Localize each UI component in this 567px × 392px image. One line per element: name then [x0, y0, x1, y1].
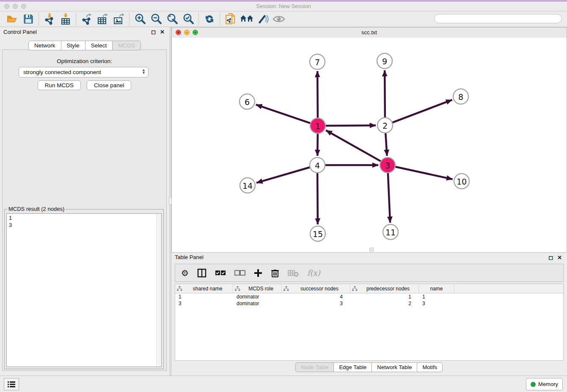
tab-network-table[interactable]: Network Table	[372, 362, 417, 372]
tab-edge-table[interactable]: Edge Table	[333, 362, 372, 372]
close-table-panel-icon[interactable]: ✕	[557, 254, 562, 261]
column-layout-icon	[197, 268, 206, 278]
close-panel-icon[interactable]: ✕	[160, 29, 165, 35]
window-title: Session: New Session	[0, 3, 567, 9]
open-session-button[interactable]	[4, 12, 20, 26]
canvas-resize-grip[interactable]	[369, 248, 374, 251]
column-label: successor nodes	[291, 286, 348, 292]
tab-select[interactable]: Select	[85, 41, 113, 50]
edge-4-to-14[interactable]	[256, 167, 310, 183]
node-label-14: 14	[242, 181, 253, 190]
control-panel-title: Control Panel	[3, 29, 37, 35]
gear-icon: ⚙	[181, 268, 189, 278]
hierarchy-icon	[235, 286, 240, 291]
function-builder-button[interactable]: f(x)	[307, 267, 320, 279]
title-bar: Session: New Session	[0, 0, 567, 11]
delete-column-button[interactable]	[271, 267, 279, 279]
import-network-button[interactable]	[41, 12, 58, 26]
hide-graphics-details-button[interactable]	[271, 12, 287, 26]
tab-network[interactable]: Network	[28, 41, 61, 50]
delete-table-icon	[288, 269, 299, 277]
dropdown-stepper-icon: ▲▼	[142, 69, 146, 75]
node-label-9: 9	[382, 57, 387, 66]
edge-3-to-1[interactable]	[326, 130, 381, 161]
zoom-selected-button[interactable]	[180, 12, 196, 26]
run-mcds-button[interactable]: Run MCDS	[38, 80, 81, 90]
select-all-columns-button[interactable]	[215, 267, 226, 279]
result-scrollbar[interactable]	[156, 214, 161, 367]
table-header-row: shared nameMCDS rolesuccessor nodesprede…	[175, 284, 563, 293]
float-panel-icon[interactable]: ◻	[151, 29, 156, 35]
edge-2-to-9[interactable]	[385, 70, 385, 118]
save-floppy-icon	[23, 14, 33, 24]
task-history-button[interactable]	[4, 378, 19, 390]
table-row[interactable]: 1dominator411	[175, 293, 563, 300]
toolbar-separator	[198, 13, 199, 25]
search-input[interactable]	[434, 14, 562, 23]
edge-3-to-11[interactable]	[388, 173, 390, 223]
edge-2-to-3[interactable]	[385, 133, 387, 156]
column-header-successor-nodes[interactable]: successor nodes	[282, 284, 350, 293]
table-settings-button[interactable]: ⚙	[181, 267, 189, 279]
zoom-out-button[interactable]	[148, 12, 164, 26]
node-label-1: 1	[315, 121, 320, 131]
tab-node-table[interactable]: Node Table	[295, 362, 334, 372]
unchecked-boxes-icon	[234, 270, 245, 276]
hierarchy-icon	[177, 286, 182, 291]
node-label-4: 4	[315, 161, 320, 170]
close-panel-button[interactable]: Close panel	[87, 80, 131, 90]
memory-button[interactable]: Memory	[526, 378, 563, 390]
column-header-shared-name[interactable]: shared name	[175, 284, 233, 293]
node-label-7: 7	[315, 58, 320, 67]
list-icon	[7, 381, 16, 388]
network-window-titlebar[interactable]: ✕ – + scc.txt	[172, 28, 567, 38]
criterion-dropdown[interactable]: strongly connected component ▲▼	[19, 67, 149, 77]
column-label: name	[421, 286, 452, 292]
tab-style[interactable]: Style	[61, 41, 85, 50]
export-image-button[interactable]	[111, 12, 127, 26]
table-tabs: Node Table Edge Table Network Table Moti…	[171, 362, 567, 372]
tab-motifs[interactable]: Motifs	[417, 362, 443, 372]
first-neighbors-button[interactable]	[239, 12, 255, 26]
network-canvas[interactable]: 7968124314101511	[172, 38, 567, 252]
clone-network-button[interactable]	[223, 12, 239, 26]
edge-4-to-15[interactable]	[317, 173, 318, 224]
table-cell: 3	[282, 301, 350, 306]
mcds-result-textarea[interactable]: 13	[6, 213, 162, 367]
export-table-button[interactable]	[95, 12, 111, 26]
edge-2-to-8[interactable]	[392, 100, 452, 123]
edge-1-to-4[interactable]	[317, 133, 318, 156]
export-network-button[interactable]	[79, 12, 95, 26]
refresh-view-button[interactable]	[201, 12, 217, 26]
zoom-out-icon	[150, 13, 162, 25]
zoom-in-button[interactable]	[132, 12, 148, 26]
edge-3-to-10[interactable]	[395, 167, 453, 179]
column-layout-button[interactable]	[197, 267, 206, 279]
show-graphics-details-button[interactable]	[255, 12, 271, 26]
column-header-MCDS-role[interactable]: MCDS role	[233, 284, 282, 293]
toolbar-separator	[76, 13, 77, 25]
edge-1-to-7[interactable]	[317, 71, 318, 118]
tab-mcds[interactable]: MCDS	[112, 41, 141, 50]
table-body: 1dominator4113dominator323	[175, 293, 563, 307]
zoom-selected-icon	[182, 13, 194, 25]
memory-label: Memory	[538, 381, 558, 387]
node-label-15: 15	[313, 229, 323, 239]
add-column-button[interactable]	[254, 267, 262, 279]
delete-table-button[interactable]	[288, 267, 299, 279]
trash-icon	[271, 268, 279, 278]
edge-1-to-6[interactable]	[256, 105, 311, 123]
column-header-predecessor-nodes[interactable]: predecessor nodes	[350, 284, 419, 293]
zoom-fit-icon	[166, 13, 178, 25]
edge-1-to-2[interactable]	[325, 125, 376, 126]
zoom-fit-button[interactable]	[164, 12, 180, 26]
column-header-name[interactable]: name	[419, 284, 454, 293]
table-cell: 1	[419, 294, 454, 300]
deselect-all-columns-button[interactable]	[234, 267, 245, 279]
save-session-button[interactable]	[20, 12, 36, 26]
float-table-panel-icon[interactable]: ◻	[548, 254, 553, 261]
table-row[interactable]: 3dominator323	[175, 300, 563, 307]
import-table-button[interactable]	[58, 12, 74, 26]
node-table[interactable]: shared nameMCDS rolesuccessor nodesprede…	[175, 284, 564, 361]
result-line: 1	[9, 214, 154, 221]
